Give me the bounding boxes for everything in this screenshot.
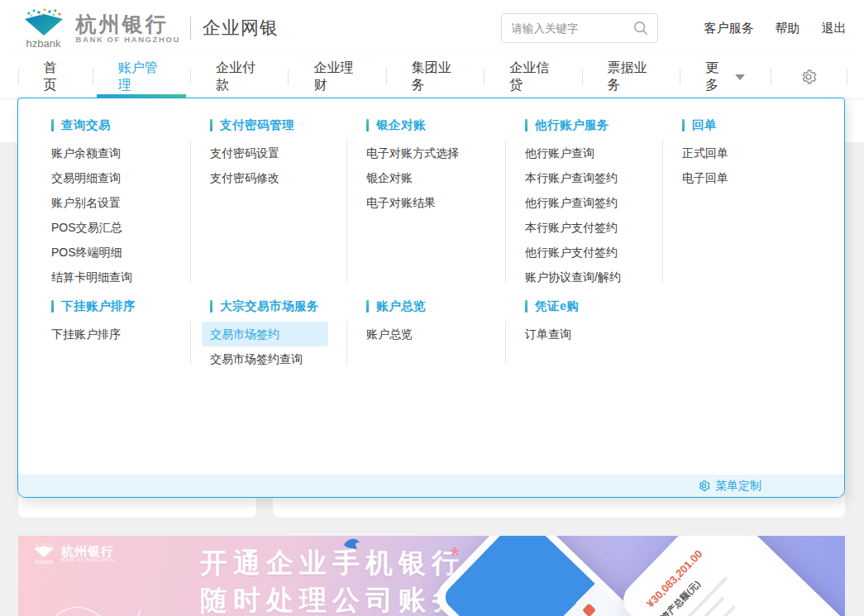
menu-section-1-2: 账户总览账户总览 — [346, 289, 505, 371]
menu-item[interactable]: 电子对账结果 — [358, 190, 487, 215]
menu-item[interactable]: POS交易汇总 — [43, 215, 172, 240]
nav-item-3[interactable]: 企业理财 — [288, 56, 385, 98]
nav-item-label: 企业理财 — [313, 60, 360, 94]
menu-item[interactable]: 结算卡明细查询 — [43, 265, 172, 289]
menu-item[interactable]: 支付密码修改 — [202, 165, 328, 190]
bank-name-en: BANK OF HANGZHOU — [76, 35, 180, 44]
nav-settings-button[interactable] — [771, 56, 847, 98]
menu-section-title: 下挂账户排序 — [61, 298, 136, 314]
menu-item[interactable]: 本行账户查询签约 — [517, 165, 644, 190]
menu-section-header: 凭证e购 — [525, 298, 656, 314]
bank-name-cn: 杭州银行 — [76, 13, 180, 35]
menu-section-header: 回单 — [682, 117, 838, 133]
menu-item[interactable]: 交易明细查询 — [43, 165, 172, 190]
menu-item[interactable]: 银企对账 — [358, 165, 487, 190]
mega-menu-rows: 查询交易账户余额查询交易明细查询账户别名设置POS交易汇总POS终端明细结算卡明… — [18, 98, 844, 475]
menu-section-title: 银企对账 — [376, 117, 426, 133]
nav-item-label: 企业付款 — [216, 60, 262, 94]
nav-item-6[interactable]: 票据业务 — [582, 56, 680, 98]
menu-item[interactable]: 他行账户查询 — [517, 141, 644, 165]
menu-section-header: 下挂账户排序 — [51, 298, 184, 314]
nav-item-0[interactable]: 首页 — [18, 56, 93, 98]
header-divider — [190, 17, 191, 40]
menu-section-0-2: 银企对账电子对账方式选择银企对账电子对账结果 — [346, 108, 505, 289]
menu-row-0: 查询交易账户余额查询交易明细查询账户别名设置POS交易汇总POS终端明细结算卡明… — [18, 108, 844, 289]
menu-item[interactable]: 下挂账户排序 — [43, 322, 172, 346]
menu-section-title: 大宗交易市场服务 — [220, 298, 319, 314]
menu-item[interactable]: 电子回单 — [674, 165, 826, 190]
menu-item[interactable]: 订单查询 — [517, 322, 644, 346]
section-accent-bar — [366, 300, 369, 313]
banner-bank-name-cn: 杭州银行 — [61, 545, 115, 557]
nav-item-label: 更多 — [705, 60, 727, 94]
menu-section-title: 他行账户服务 — [535, 117, 609, 133]
menu-section-title: 回单 — [692, 117, 717, 133]
menu-item[interactable]: 电子对账方式选择 — [358, 141, 487, 165]
banner-doodle-line — [43, 585, 142, 616]
banner-phone-mockup-assets: ¥30,083,201.00 资产总额(元) 01.00 — [616, 536, 845, 616]
menu-section-title: 账户总览 — [376, 298, 426, 314]
account-management-mega-menu: 查询交易账户余额查询交易明细查询账户别名设置POS交易汇总POS终端明细结算卡明… — [17, 98, 845, 498]
nav-item-5[interactable]: 企业信贷 — [484, 56, 581, 98]
nav-item-label: 账户管理 — [118, 60, 165, 94]
menu-item[interactable]: POS终端明细 — [43, 240, 172, 265]
promo-banner[interactable]: hzbank 杭州银行 BANK OF HANGZHOU 开通企业手机银行 随时… — [18, 536, 845, 616]
main-nav-list: 首页账户管理企业付款企业理财集团业务企业信贷票据业务更多 — [18, 56, 847, 98]
menu-section-header: 银企对账 — [366, 117, 499, 133]
menu-section-0-3: 他行账户服务他行账户查询本行账户查询签约他行账户查询签约本行账户支付签约他行账户… — [505, 108, 662, 289]
gear-icon — [698, 480, 710, 492]
nav-item-1[interactable]: 账户管理 — [93, 56, 190, 98]
chevron-down-icon — [735, 74, 745, 80]
section-accent-bar — [51, 300, 54, 313]
search-input[interactable] — [510, 21, 632, 36]
logout-link[interactable]: 退出 — [822, 21, 847, 36]
nav-item-label: 票据业务 — [608, 60, 654, 94]
menu-item[interactable]: 他行账户查询签约 — [517, 190, 644, 215]
gear-icon — [800, 69, 817, 85]
menu-item[interactable]: 账户余额查询 — [43, 141, 172, 165]
menu-customize-label: 菜单定制 — [715, 479, 761, 494]
help-link[interactable]: 帮助 — [776, 21, 800, 36]
banner-bank-name-en: BANK OF HANGZHOU — [61, 557, 115, 562]
menu-item[interactable]: 本行账户支付签约 — [517, 215, 644, 240]
menu-section-1-1: 大宗交易市场服务交易市场签约交易市场签约查询 — [190, 289, 346, 371]
nav-item-7[interactable]: 更多 — [680, 56, 771, 98]
bank-bird-logo-icon — [21, 7, 67, 39]
search-icon[interactable] — [632, 20, 649, 36]
section-accent-bar — [210, 300, 212, 313]
phone-app-icon-grid — [526, 597, 615, 616]
banner-asterisk-accent: * — [451, 542, 459, 568]
main-nav: 首页账户管理企业付款企业理财集团业务企业信贷票据业务更多 — [0, 56, 864, 98]
menu-item[interactable]: 支付密码设置 — [202, 141, 328, 165]
menu-item[interactable]: 正式回单 — [674, 141, 826, 165]
banner-bird-accent-icon — [342, 537, 364, 552]
nav-item-2[interactable]: 企业付款 — [190, 56, 288, 98]
menu-item[interactable]: 交易市场签约 — [202, 322, 328, 346]
header-links: 客户服务 帮助 退出 — [683, 21, 847, 36]
customer-service-link[interactable]: 客户服务 — [704, 21, 754, 36]
menu-section-0-1: 支付密码管理支付密码设置支付密码修改 — [190, 108, 346, 289]
background-card — [18, 496, 256, 518]
menu-section-1-0: 下挂账户排序下挂账户排序 — [18, 289, 190, 371]
section-accent-bar — [682, 119, 685, 131]
banner-brand-text: hzbank — [31, 559, 56, 565]
menu-item[interactable]: 账户别名设置 — [43, 190, 172, 215]
menu-item[interactable]: 账户协议查询/解约 — [517, 265, 644, 289]
top-header: hzbank 杭州银行 BANK OF HANGZHOU 企业网银 客户服务 帮… — [0, 0, 864, 56]
section-accent-bar — [51, 119, 54, 131]
menu-item[interactable]: 账户总览 — [358, 322, 487, 346]
nav-item-4[interactable]: 集团业务 — [386, 56, 484, 98]
menu-item[interactable]: 交易市场签约查询 — [202, 346, 328, 371]
search-box[interactable] — [501, 13, 658, 43]
menu-section-title: 支付密码管理 — [220, 117, 294, 133]
product-title: 企业网银 — [203, 16, 279, 41]
menu-customize-button[interactable]: 菜单定制 — [18, 475, 844, 497]
banner-logo: hzbank 杭州银行 BANK OF HANGZHOU — [31, 542, 115, 565]
section-accent-bar — [525, 300, 527, 313]
menu-section-header: 大宗交易市场服务 — [210, 298, 340, 314]
bank-names: 杭州银行 BANK OF HANGZHOU — [76, 13, 180, 44]
menu-section-0-0: 查询交易账户余额查询交易明细查询账户别名设置POS交易汇总POS终端明细结算卡明… — [18, 108, 190, 289]
section-accent-bar — [366, 119, 369, 131]
menu-item[interactable]: 他行账户支付签约 — [517, 240, 644, 265]
brand-text: hzbank — [26, 37, 61, 50]
